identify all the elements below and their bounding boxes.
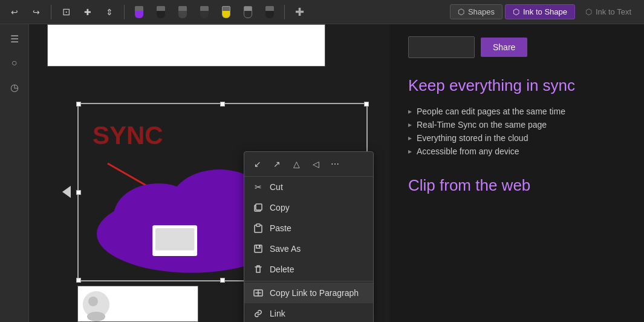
menu-tool-more[interactable]: ⋯ [327,156,343,172]
delete-icon [253,264,264,275]
section2-title: Clip from the web [408,176,626,195]
link-label: Link [270,309,285,318]
menu-item-link[interactable]: Link [244,303,373,322]
resize-handle-bl[interactable] [76,278,81,283]
share-input-box [408,36,475,58]
share-area: Share [408,36,626,58]
menu-divider [244,281,373,281]
bottom-preview-svg [78,286,198,322]
pen-dark2[interactable] [195,2,214,22]
bullet-arrow-3: ▸ [408,134,412,142]
copy-link-icon [253,288,264,298]
svg-rect-15 [259,245,260,247]
menu-tool-1[interactable]: ↙ [249,156,266,172]
main-toolbar: ↩ ↪ ⊡ ✚ ⇕ ✚ ⬡ Shapes ⬡ Ink to Shape ⬡ In… [0,0,644,24]
right-panel: Share Keep everything in sync ▸ People c… [390,24,644,322]
copy-icon [253,202,264,213]
undo-button[interactable]: ↩ [5,2,24,22]
copy-label: Copy [270,203,290,212]
shapes-icon: ⬡ [458,7,464,16]
svg-rect-11 [256,204,262,210]
page-top-preview [47,24,325,67]
canvas-area: SYNC [29,24,390,322]
resize-handle-bm[interactable] [220,278,225,283]
context-menu: ↙ ↗ △ ◁ ⋯ ✂ Cut Copy [244,151,374,322]
ink-to-text-button[interactable]: ⬡ Ink to Text [577,4,639,19]
menu-tool-2[interactable]: ↗ [268,156,285,172]
ink-to-shape-label: Ink to Shape [523,7,567,16]
pen-purple[interactable] [129,2,149,22]
share-button[interactable]: Share [481,38,527,57]
ink-to-text-label: Ink to Text [596,7,631,16]
svg-rect-14 [255,245,262,252]
ink-shape-icon: ⬡ [513,7,519,16]
pen-yellow[interactable] [216,2,236,22]
toolbar-separator-2 [124,5,125,19]
left-sidebar: ☰ ○ ◷ [0,24,29,322]
menu-toolbar: ↙ ↗ △ ◁ ⋯ [244,152,373,177]
bullet-arrow-4: ▸ [408,147,412,156]
ink-to-shape-button[interactable]: ⬡ Ink to Shape [505,4,575,19]
add-tool[interactable]: ✚ [78,2,97,22]
svg-rect-6 [155,228,195,251]
svg-rect-13 [256,224,260,226]
bullet-item-4: ▸ Accessible from any device [408,145,626,158]
paste-label: Paste [270,223,291,233]
menu-item-copy-link[interactable]: Copy Link to Paragraph [244,283,373,303]
bullet-text-1: People can edit pages at the same time [417,107,565,116]
menu-item-delete[interactable]: Delete [244,259,373,280]
pen-dark[interactable] [151,2,171,22]
left-edge-arrow[interactable] [62,186,71,198]
resize-handle-tm[interactable] [220,102,225,107]
bullet-list: ▸ People can edit pages at the same time… [408,105,626,158]
ink-text-icon: ⬡ [585,7,592,16]
resize-handle-tl[interactable] [76,102,81,107]
menu-item-copy[interactable]: Copy [244,197,373,218]
redo-button[interactable]: ↪ [27,2,46,22]
saveas-label: Save As [270,244,301,254]
shapes-label: Shapes [468,7,495,16]
bullet-arrow-2: ▸ [408,120,412,129]
bullet-text-3: Everything stored in the cloud [417,133,528,143]
bullet-item-2: ▸ Real-Time Sync on the same page [408,118,626,131]
bullet-item-1: ▸ People can edit pages at the same time [408,105,626,118]
toolbar-separator-1 [51,5,51,19]
menu-item-saveas[interactable]: Save As [244,238,373,259]
menu-item-paste[interactable]: Paste [244,218,373,238]
toolbar-separator-3 [284,5,285,19]
svg-point-19 [87,312,105,321]
cut-label: Cut [270,182,283,192]
add-pen-button[interactable]: ✚ [290,2,309,22]
pen-outline[interactable] [238,2,258,22]
lasso-tool[interactable]: ⊡ [56,2,76,22]
sidebar-menu-icon[interactable]: ☰ [5,29,24,48]
menu-tool-3[interactable]: △ [288,156,305,172]
link-icon [253,308,264,319]
resize-handle-tr[interactable] [364,102,369,107]
sidebar-search-icon[interactable]: ○ [5,53,24,73]
paste-icon [253,223,264,234]
bullet-arrow-1: ▸ [408,107,412,116]
pen-darkgray[interactable] [173,2,192,22]
page-bottom-preview [77,286,198,322]
copy-link-label: Copy Link to Paragraph [270,288,359,298]
menu-item-cut[interactable]: ✂ Cut [244,177,373,197]
delete-label: Delete [270,264,294,274]
menu-tool-4[interactable]: ◁ [307,156,324,172]
main-content: ☰ ○ ◷ SYNC [0,24,644,322]
bullet-text-4: Accessible from any device [417,146,519,156]
saveas-icon [253,243,264,254]
bullet-text-2: Real-Time Sync on the same page [417,120,547,130]
pen-dark3[interactable] [260,2,279,22]
resize-handle-ml[interactable] [76,190,81,195]
sidebar-history-icon[interactable]: ◷ [5,77,24,97]
cut-icon: ✂ [253,182,264,192]
bullet-item-3: ▸ Everything stored in the cloud [408,131,626,145]
move-tool[interactable]: ⇕ [100,2,119,22]
section1-title: Keep everything in sync [408,76,626,95]
shapes-button[interactable]: ⬡ Shapes [450,4,503,19]
svg-point-18 [88,297,98,306]
